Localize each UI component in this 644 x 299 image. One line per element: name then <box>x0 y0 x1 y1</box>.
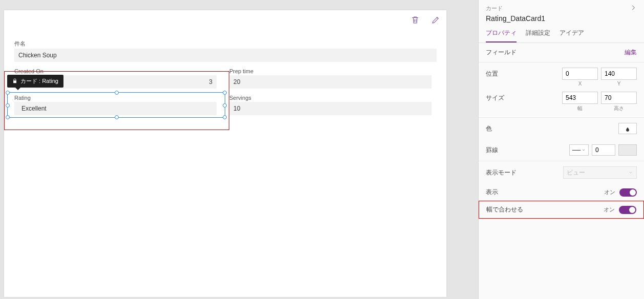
lock-icon <box>12 78 17 84</box>
prop-displaymode-label: 表示モード <box>486 168 517 177</box>
prop-widthfit-row: 幅で合わせる オン <box>479 201 644 219</box>
selection-handle[interactable] <box>115 115 119 119</box>
border-color-button[interactable] <box>618 144 637 156</box>
panel-element-name: Rating_DataCard1 <box>486 14 637 23</box>
selection-handle[interactable] <box>115 91 119 95</box>
prop-color-row: 色 <box>479 118 644 139</box>
panel-type-row: カード <box>486 4 637 12</box>
selection-handle[interactable] <box>223 103 227 108</box>
prop-displaymode-row: 表示モード ビュー <box>479 161 644 184</box>
field-preptime: Prep time 20 <box>229 65 444 92</box>
prop-field-label: フィールド <box>486 48 517 57</box>
tab-ideas[interactable]: アイデア <box>560 29 584 42</box>
panel-expand-icon[interactable] <box>630 4 637 12</box>
panel-type-label: カード <box>486 5 503 12</box>
tab-advanced[interactable]: 詳細設定 <box>526 29 550 42</box>
field-label-subject: 件名 <box>14 40 436 48</box>
selection-handle[interactable] <box>223 91 227 95</box>
delete-icon[interactable] <box>410 14 421 26</box>
selection-handle[interactable] <box>6 115 10 119</box>
panel-header: カード Rating_DataCard1 <box>479 0 644 24</box>
widthfit-state-text: オン <box>604 206 615 213</box>
panel-tabs: プロパティ 詳細設定 アイデア <box>479 24 644 43</box>
field-value-servings: 10 <box>229 102 432 115</box>
prop-border-row: 罫線 <box>479 139 644 161</box>
field-servings: Servings 10 <box>229 92 444 118</box>
color-picker-button[interactable] <box>618 123 637 134</box>
widthfit-toggle[interactable] <box>619 206 636 214</box>
size-w-input[interactable] <box>562 92 598 104</box>
field-value-preptime: 20 <box>229 75 432 89</box>
tab-properties[interactable]: プロパティ <box>486 29 517 42</box>
form-canvas[interactable]: 件名 Chicken Soup Created On 3 Prep time 2… <box>4 10 446 297</box>
position-y-input[interactable] <box>601 68 637 80</box>
prop-field-row: フィールド 編集 <box>479 43 644 62</box>
selection-outline <box>7 92 225 118</box>
prop-size-row: サイズ 幅 高さ <box>479 92 644 117</box>
prop-visible-label: 表示 <box>486 188 498 197</box>
prop-position-label: 位置 <box>486 68 498 78</box>
border-style-select[interactable] <box>569 144 589 156</box>
form-toolbar <box>410 14 441 26</box>
visible-toggle[interactable] <box>619 188 637 197</box>
displaymode-value: ビュー <box>567 168 585 177</box>
field-label-createdon: Created On <box>14 68 219 74</box>
selection-handle[interactable] <box>6 103 10 108</box>
field-edit-link[interactable]: 編集 <box>625 48 637 57</box>
selection-handle[interactable] <box>223 115 227 119</box>
edit-icon[interactable] <box>430 14 441 26</box>
size-h-input[interactable] <box>601 92 637 104</box>
prop-visible-row: 表示 オン <box>479 184 644 201</box>
prop-position-row: 位置 X Y <box>479 62 644 92</box>
prop-size-label: サイズ <box>486 92 504 102</box>
prop-widthfit-label: 幅で合わせる <box>486 205 523 214</box>
size-w-sublabel: 幅 <box>562 105 598 112</box>
position-x-sublabel: X <box>562 81 598 87</box>
prop-border-label: 罫線 <box>486 146 498 155</box>
properties-panel: カード Rating_DataCard1 プロパティ 詳細設定 アイデア フィー… <box>478 0 644 299</box>
position-y-sublabel: Y <box>601 81 637 87</box>
field-label-servings: Servings <box>229 95 434 101</box>
size-h-sublabel: 高さ <box>601 105 637 112</box>
tooltip-text: カード : Rating <box>20 77 58 85</box>
displaymode-select[interactable]: ビュー <box>563 166 637 179</box>
card-tooltip: カード : Rating <box>7 75 63 88</box>
visible-state-text: オン <box>604 188 615 196</box>
canvas-area: 件名 Chicken Soup Created On 3 Prep time 2… <box>0 0 478 299</box>
field-label-preptime: Prep time <box>229 68 434 74</box>
border-width-input[interactable] <box>592 144 615 156</box>
position-x-input[interactable] <box>562 68 598 80</box>
prop-color-label: 色 <box>486 124 492 133</box>
selection-handle[interactable] <box>6 91 10 95</box>
field-value-subject: Chicken Soup <box>14 49 437 62</box>
field-subject: 件名 Chicken Soup <box>4 34 446 65</box>
